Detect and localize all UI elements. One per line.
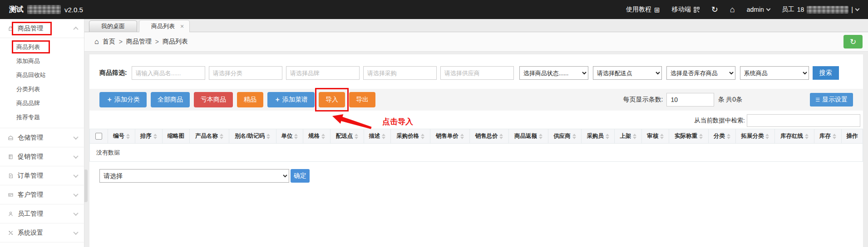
- select-all-checkbox[interactable]: [95, 133, 102, 140]
- column-header[interactable]: 采购价格: [391, 129, 430, 144]
- toolbar-button[interactable]: ＋添加分类: [99, 92, 147, 107]
- column-header[interactable]: 编号: [108, 129, 135, 144]
- toolbar-button[interactable]: 亏本商品: [194, 92, 233, 107]
- toolbar-button[interactable]: 导入: [319, 92, 345, 107]
- column-header[interactable]: 单位: [276, 129, 303, 144]
- column-header[interactable]: 操作: [841, 129, 863, 144]
- sidebar-subitem[interactable]: 推荐专题: [0, 110, 84, 124]
- column-header[interactable]: 采购员: [582, 129, 615, 144]
- filter-input[interactable]: [286, 66, 360, 80]
- sidebar-subitem[interactable]: 商品品牌: [0, 96, 84, 110]
- column-header[interactable]: 分类: [708, 129, 735, 144]
- sort-icon[interactable]: [355, 134, 358, 139]
- sidebar-collapse-handle[interactable]: [84, 170, 88, 202]
- column-header[interactable]: 库存: [814, 129, 841, 144]
- display-settings-button[interactable]: ☰ 显示设置: [810, 93, 853, 107]
- sort-icon[interactable]: [382, 134, 385, 139]
- column-header[interactable]: 排序: [135, 129, 162, 144]
- breadcrumb-product-list[interactable]: 商品列表: [163, 38, 188, 46]
- refresh-page-button[interactable]: ↻: [843, 35, 863, 48]
- column-header[interactable]: 别名/助记码: [229, 129, 276, 144]
- toolbar-button[interactable]: 导出: [349, 92, 375, 107]
- toolbar-button[interactable]: ＋添加菜谱: [267, 92, 315, 107]
- sidebar-item[interactable]: 促销管理: [0, 147, 84, 166]
- sort-icon[interactable]: [421, 134, 424, 139]
- sort-icon[interactable]: [765, 134, 769, 139]
- tab-my-desktop[interactable]: 我的桌面: [89, 20, 137, 32]
- column-header[interactable]: 实际称重: [669, 129, 709, 144]
- page-size-input[interactable]: [666, 93, 714, 107]
- tab-close-icon[interactable]: ×: [180, 23, 184, 30]
- plus-icon: ＋: [106, 96, 113, 103]
- column-header[interactable]: 上架: [615, 129, 642, 144]
- column-header[interactable]: 销售单价: [430, 129, 470, 144]
- column-header[interactable]: 销售总价: [469, 129, 509, 144]
- staff-menu[interactable]: 员工 18 |: [782, 5, 859, 14]
- sort-icon[interactable]: [727, 134, 730, 139]
- filter-input[interactable]: [132, 66, 205, 80]
- sort-icon[interactable]: [606, 134, 609, 139]
- filter-input[interactable]: [363, 66, 437, 80]
- sidebar-item[interactable]: 仓储管理: [0, 128, 84, 147]
- sort-icon[interactable]: [539, 134, 542, 139]
- breadcrumb-home[interactable]: 首页: [103, 38, 115, 46]
- column-header[interactable]: 配送点: [330, 129, 364, 144]
- mobile-link[interactable]: 移动端: [672, 5, 700, 14]
- sort-icon[interactable]: [153, 134, 157, 139]
- refresh-icon[interactable]: ↻: [711, 5, 718, 14]
- sort-icon[interactable]: [126, 134, 130, 139]
- sort-icon[interactable]: [220, 134, 223, 139]
- sidebar-subitem[interactable]: 添加商品: [0, 54, 84, 68]
- sidebar-item[interactable]: 订单管理: [0, 166, 84, 185]
- sidebar-subitem[interactable]: 商品列表: [0, 40, 84, 54]
- home-icon[interactable]: ⌂: [94, 38, 99, 46]
- home-icon[interactable]: ⌂: [730, 5, 735, 14]
- filter-select[interactable]: 请选择配送点: [593, 66, 662, 80]
- search-button[interactable]: 搜索: [813, 66, 839, 80]
- sort-icon[interactable]: [266, 134, 270, 139]
- sort-icon[interactable]: [321, 134, 325, 139]
- column-header[interactable]: 产品名称: [190, 129, 229, 144]
- sidebar-subitem[interactable]: 商品回收站: [0, 68, 84, 82]
- tab-product-list[interactable]: 商品列表 ×: [139, 20, 190, 32]
- column-header[interactable]: 描述: [364, 129, 391, 144]
- column-header[interactable]: 规格: [303, 129, 330, 144]
- sidebar-item[interactable]: 销售管理: [0, 242, 84, 247]
- quick-search-input[interactable]: [747, 114, 860, 127]
- sidebar-subitem[interactable]: 分类列表: [0, 82, 84, 96]
- sort-icon[interactable]: [699, 134, 703, 139]
- filter-select[interactable]: 系统商品: [740, 66, 809, 80]
- column-header[interactable]: 拓展分类: [735, 129, 775, 144]
- column-header[interactable]: 审核: [642, 129, 669, 144]
- sort-icon[interactable]: [833, 134, 836, 139]
- column-header[interactable]: 缩略图: [162, 129, 189, 144]
- sort-icon[interactable]: [660, 134, 664, 139]
- staff-phone-prefix: 18: [797, 6, 804, 13]
- breadcrumb-product-management[interactable]: 商品管理: [126, 38, 152, 46]
- sort-icon[interactable]: [460, 134, 464, 139]
- toolbar-button[interactable]: 全部商品: [151, 92, 190, 107]
- user-menu[interactable]: admin: [747, 6, 770, 13]
- column-header[interactable]: 商品返额: [509, 129, 548, 144]
- confirm-button[interactable]: 确定: [291, 169, 310, 183]
- column-header[interactable]: 供应商: [548, 129, 581, 144]
- sort-icon[interactable]: [499, 134, 503, 139]
- batch-action-select[interactable]: 请选择: [99, 169, 289, 183]
- filter-select[interactable]: 选择商品状态......: [519, 66, 588, 80]
- sort-icon[interactable]: [633, 134, 636, 139]
- toolbar: ＋添加分类 全部商品: [89, 89, 863, 111]
- sort-icon[interactable]: [294, 134, 298, 139]
- filter-input[interactable]: [440, 66, 514, 80]
- sidebar-item-product-management[interactable]: 商品管理: [0, 19, 84, 38]
- column-header[interactable]: 库存红线: [775, 129, 814, 144]
- annotation-text: 点击导入: [382, 116, 413, 127]
- sidebar-item[interactable]: 员工管理: [0, 204, 84, 223]
- filter-input[interactable]: [209, 66, 282, 80]
- sidebar-item[interactable]: 系统设置: [0, 223, 84, 242]
- sort-icon[interactable]: [805, 134, 809, 139]
- sidebar-item[interactable]: 客户管理: [0, 185, 84, 204]
- filter-select[interactable]: 选择是否库存商品: [666, 66, 735, 80]
- sort-icon[interactable]: [572, 134, 576, 139]
- tutorial-link[interactable]: 使用教程 ⊞: [626, 5, 660, 14]
- toolbar-button[interactable]: 精品: [237, 92, 263, 107]
